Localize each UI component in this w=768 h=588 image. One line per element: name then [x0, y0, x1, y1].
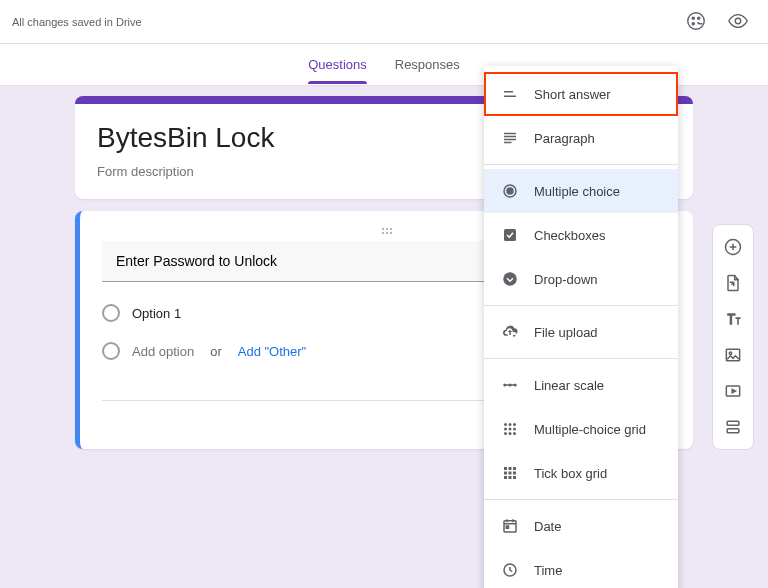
- dropdown-item-time[interactable]: Time: [484, 548, 678, 588]
- add-video-icon[interactable]: [717, 375, 749, 407]
- dropdown-label: Checkboxes: [534, 228, 606, 243]
- dropdown-item-paragraph[interactable]: Paragraph: [484, 116, 678, 160]
- dropdown-label: Drop-down: [534, 272, 598, 287]
- svg-point-22: [504, 432, 507, 435]
- svg-point-19: [504, 428, 507, 431]
- svg-rect-35: [506, 526, 508, 528]
- svg-point-11: [503, 272, 517, 286]
- palette-icon[interactable]: [684, 9, 708, 33]
- dropdown-item-multiple-choice[interactable]: Multiple choice: [484, 169, 678, 213]
- grid-squares-icon: [500, 463, 520, 483]
- svg-rect-26: [509, 467, 512, 470]
- tab-questions[interactable]: Questions: [308, 45, 367, 84]
- add-other-link[interactable]: Add "Other": [238, 344, 307, 359]
- svg-rect-30: [513, 472, 516, 475]
- add-section-icon[interactable]: [717, 411, 749, 443]
- svg-rect-31: [504, 476, 507, 479]
- linear-scale-icon: [500, 375, 520, 395]
- add-title-icon[interactable]: [717, 303, 749, 335]
- svg-point-1: [692, 17, 694, 19]
- dropdown-label: File upload: [534, 325, 598, 340]
- svg-point-23: [509, 432, 512, 435]
- dropdown-separator: [484, 305, 678, 306]
- svg-point-24: [513, 432, 516, 435]
- dropdown-item-file-upload[interactable]: File upload: [484, 310, 678, 354]
- svg-rect-27: [513, 467, 516, 470]
- svg-point-9: [507, 188, 513, 194]
- tab-responses[interactable]: Responses: [395, 45, 460, 84]
- dropdown-icon: [500, 269, 520, 289]
- or-label: or: [210, 344, 222, 359]
- dropdown-label: Tick box grid: [534, 466, 607, 481]
- short-answer-icon: [500, 84, 520, 104]
- checkbox-icon: [500, 225, 520, 245]
- radio-icon: [102, 304, 120, 322]
- dropdown-item-date[interactable]: Date: [484, 504, 678, 548]
- dropdown-separator: [484, 499, 678, 500]
- dropdown-label: Multiple-choice grid: [534, 422, 646, 437]
- svg-rect-10: [504, 229, 516, 241]
- add-question-icon[interactable]: [717, 231, 749, 263]
- radio-checked-icon: [500, 181, 520, 201]
- svg-rect-32: [509, 476, 512, 479]
- import-question-icon[interactable]: [717, 267, 749, 299]
- dropdown-item-dropdown[interactable]: Drop-down: [484, 257, 678, 301]
- svg-point-0: [688, 13, 705, 30]
- dropdown-label: Linear scale: [534, 378, 604, 393]
- dropdown-item-tick-grid[interactable]: Tick box grid: [484, 451, 678, 495]
- option-text[interactable]: Option 1: [132, 306, 181, 321]
- svg-point-2: [698, 17, 700, 19]
- svg-rect-28: [504, 472, 507, 475]
- svg-rect-29: [509, 472, 512, 475]
- add-image-icon[interactable]: [717, 339, 749, 371]
- radio-icon: [102, 342, 120, 360]
- calendar-icon: [500, 516, 520, 536]
- dropdown-separator: [484, 358, 678, 359]
- preview-icon[interactable]: [726, 9, 750, 33]
- dropdown-item-linear-scale[interactable]: Linear scale: [484, 363, 678, 407]
- svg-rect-33: [513, 476, 516, 479]
- svg-point-3: [692, 23, 694, 25]
- grid-circles-icon: [500, 419, 520, 439]
- dropdown-item-mc-grid[interactable]: Multiple-choice grid: [484, 407, 678, 451]
- cloud-upload-icon: [500, 322, 520, 342]
- dropdown-item-short-answer[interactable]: Short answer: [484, 72, 678, 116]
- dropdown-label: Multiple choice: [534, 184, 620, 199]
- clock-icon: [500, 560, 520, 580]
- svg-point-4: [735, 18, 741, 24]
- question-type-dropdown: Short answer Paragraph Multiple choice C…: [484, 66, 678, 588]
- dropdown-label: Short answer: [534, 87, 611, 102]
- svg-point-17: [509, 423, 512, 426]
- svg-point-21: [513, 428, 516, 431]
- paragraph-icon: [500, 128, 520, 148]
- svg-point-16: [504, 423, 507, 426]
- top-bar: All changes saved in Drive: [0, 0, 768, 44]
- svg-point-18: [513, 423, 516, 426]
- side-toolbar: [712, 224, 754, 450]
- save-status: All changes saved in Drive: [12, 16, 142, 28]
- dropdown-separator: [484, 164, 678, 165]
- svg-rect-42: [727, 429, 739, 433]
- dropdown-label: Date: [534, 519, 561, 534]
- dropdown-label: Paragraph: [534, 131, 595, 146]
- svg-rect-41: [727, 421, 739, 425]
- svg-point-20: [509, 428, 512, 431]
- svg-point-39: [729, 352, 732, 355]
- svg-rect-15: [505, 384, 516, 386]
- dropdown-item-checkboxes[interactable]: Checkboxes: [484, 213, 678, 257]
- dropdown-label: Time: [534, 563, 562, 578]
- add-option-label[interactable]: Add option: [132, 344, 194, 359]
- svg-rect-25: [504, 467, 507, 470]
